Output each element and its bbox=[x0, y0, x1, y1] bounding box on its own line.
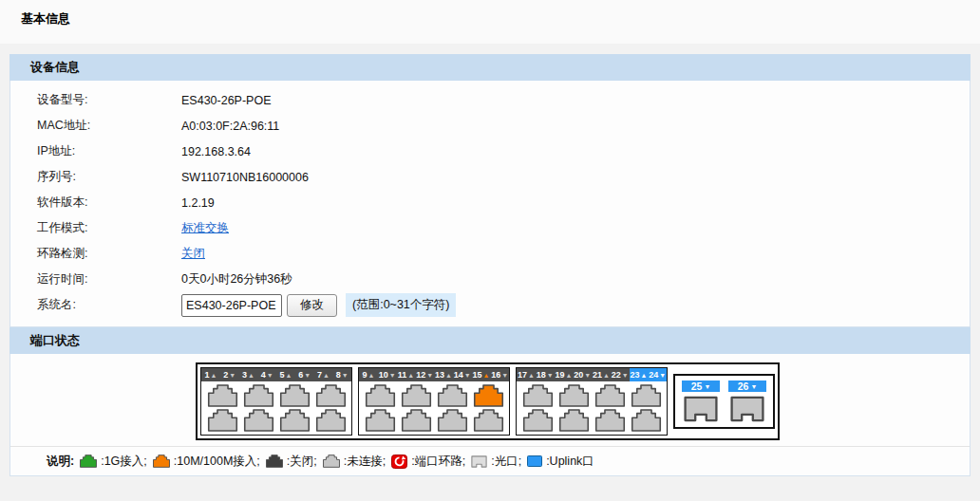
port-3-header: 3▲ bbox=[239, 368, 258, 381]
port-group-grid bbox=[359, 381, 509, 435]
port-number: 20 bbox=[574, 371, 583, 380]
port-19-rj45-icon bbox=[558, 384, 590, 407]
info-row-ip: IP地址:192.168.3.64 bbox=[10, 139, 970, 164]
port-group-1: 1▲2▼3▲4▼5▲6▼7▲8▼ bbox=[200, 367, 352, 436]
port-22-header: 22▼ bbox=[611, 368, 630, 381]
down-arrow-icon: ▼ bbox=[426, 372, 433, 379]
modify-button[interactable]: 修改 bbox=[287, 294, 337, 317]
legend-rj45-1g-icon bbox=[80, 455, 97, 468]
up-arrow-icon: ▲ bbox=[640, 372, 647, 379]
info-row-serial: 序列号:SW110710NB16000006 bbox=[10, 164, 970, 190]
legend-rj45-100m-icon bbox=[153, 455, 170, 468]
down-arrow-icon: ▼ bbox=[501, 372, 508, 379]
port-11-rj45-icon bbox=[401, 384, 432, 407]
switch-port-panel: 1▲2▼3▲4▼5▲6▼7▲8▼9▲10▼11▲12▼13▲14▼15▲16▼1… bbox=[196, 362, 780, 440]
legend-item-4: :端口环路; bbox=[391, 454, 465, 470]
info-label-mac: MAC地址: bbox=[37, 118, 181, 134]
port-number: 14 bbox=[454, 371, 463, 380]
legend-item-3: :未连接; bbox=[323, 454, 386, 470]
info-label-work-mode: 工作模式: bbox=[37, 220, 181, 236]
info-row-loop-detect: 环路检测:关闭 bbox=[10, 241, 970, 267]
port-1-rj45-icon bbox=[207, 384, 238, 407]
port-25-sfp-icon bbox=[683, 396, 719, 422]
port-number: 17 bbox=[518, 371, 527, 380]
port-number: 1 bbox=[204, 371, 209, 380]
port-number: 24 bbox=[649, 371, 658, 380]
legend-label: 说明: bbox=[47, 454, 74, 470]
info-row-sysname: 系统名:修改(范围:0~31个字符) bbox=[10, 292, 970, 318]
legend-item-5: :光口; bbox=[471, 454, 521, 470]
device-info-body: 设备型号:ES430-26P-POEMAC地址:A0:03:0F:2A:96:1… bbox=[9, 81, 971, 327]
info-label-loop-detect: 环路检测: bbox=[37, 246, 181, 262]
port-number: 2 bbox=[223, 371, 228, 380]
legend-fiber-port-icon bbox=[471, 455, 487, 468]
port-number: 3 bbox=[242, 371, 247, 380]
port-number: 21 bbox=[593, 371, 602, 380]
page-title: 基本信息 bbox=[21, 11, 70, 26]
loop-detect-link[interactable]: 关闭 bbox=[181, 246, 205, 262]
port-status-section-header: 端口状态 bbox=[9, 327, 971, 354]
up-arrow-icon: ▲ bbox=[407, 372, 414, 379]
port-8-header: 8▼ bbox=[332, 368, 351, 381]
info-value-ip: 192.168.3.64 bbox=[181, 145, 251, 158]
port-15-rj45-icon bbox=[473, 384, 504, 407]
legend-text: :Uplink口 bbox=[546, 454, 594, 470]
port-18-rj45-icon bbox=[522, 409, 554, 432]
title-strip: 基本信息 bbox=[0, 0, 980, 44]
work-mode-link[interactable]: 标准交换 bbox=[181, 220, 229, 236]
port-4-header: 4▼ bbox=[257, 368, 276, 381]
down-arrow-icon: ▼ bbox=[584, 372, 591, 379]
legend-item-0: :1G接入; bbox=[80, 454, 147, 470]
port-1-header: 1▲ bbox=[201, 368, 220, 381]
port-25-header: 25▼ bbox=[682, 380, 720, 392]
port-17-rj45-icon bbox=[522, 384, 554, 407]
up-arrow-icon: ▲ bbox=[368, 372, 374, 379]
port-group-2: 9▲10▼11▲12▼13▲14▼15▲16▼ bbox=[358, 367, 510, 436]
info-row-work-mode: 工作模式:标准交换 bbox=[10, 215, 970, 241]
port-17-header: 17▲ bbox=[517, 368, 536, 381]
port-4-rj45-icon bbox=[243, 409, 274, 432]
port-14-rj45-icon bbox=[437, 409, 468, 432]
legend-text: :10M/100M接入; bbox=[174, 454, 260, 470]
port-20-header: 20▼ bbox=[573, 368, 592, 381]
port-group-3: 17▲18▼19▲20▼21▲22▼23▲24▼ bbox=[516, 367, 668, 436]
port-21-rj45-icon bbox=[594, 384, 626, 407]
port-group-grid bbox=[517, 381, 667, 435]
port-number: 26 bbox=[738, 381, 749, 392]
down-arrow-icon: ▼ bbox=[229, 372, 236, 379]
port-number: 7 bbox=[317, 371, 322, 380]
device-info-section-header: 设备信息 bbox=[9, 54, 971, 81]
down-arrow-icon: ▼ bbox=[750, 383, 757, 390]
port-8-rj45-icon bbox=[315, 409, 347, 432]
port-7-rj45-icon bbox=[315, 384, 347, 407]
info-row-firmware: 软件版本:1.2.19 bbox=[10, 190, 970, 215]
sfp-port-group: 25▼26▼ bbox=[673, 374, 775, 429]
port-22-rj45-icon bbox=[594, 409, 626, 432]
system-name-hint: (范围:0~31个字符) bbox=[346, 293, 456, 317]
port-group-header: 1▲2▼3▲4▼5▲6▼7▲8▼ bbox=[201, 368, 351, 381]
legend-uplink-icon bbox=[527, 455, 542, 467]
port-14-header: 14▼ bbox=[453, 368, 472, 381]
port-number: 19 bbox=[555, 371, 564, 380]
down-arrow-icon: ▼ bbox=[704, 383, 710, 390]
port-number: 25 bbox=[691, 381, 703, 392]
port-24-header: 24▼ bbox=[648, 368, 667, 381]
port-legend: 说明: :1G接入;:10M/100M接入;:关闭;:未连接;:端口环路;:光口… bbox=[10, 446, 970, 475]
port-19-header: 19▲ bbox=[555, 368, 574, 381]
info-label-sysname: 系统名: bbox=[37, 297, 181, 313]
up-arrow-icon: ▲ bbox=[603, 372, 610, 379]
down-arrow-icon: ▼ bbox=[659, 372, 666, 379]
info-row-uptime: 运行时间:0天0小时26分钟36秒 bbox=[10, 267, 970, 292]
port-6-rj45-icon bbox=[279, 409, 311, 432]
port-number: 8 bbox=[336, 371, 341, 380]
info-label-uptime: 运行时间: bbox=[37, 271, 181, 288]
port-10-rj45-icon bbox=[365, 409, 396, 432]
legend-item-2: :关闭; bbox=[266, 454, 317, 470]
info-value-serial: SW110710NB16000006 bbox=[181, 171, 309, 184]
port-number: 10 bbox=[379, 371, 388, 380]
system-name-input[interactable] bbox=[181, 294, 282, 317]
port-25-column: 25▼ bbox=[682, 380, 720, 422]
legend-text: :未连接; bbox=[344, 454, 386, 470]
down-arrow-icon: ▼ bbox=[304, 372, 311, 379]
legend-item-1: :10M/100M接入; bbox=[153, 454, 260, 470]
